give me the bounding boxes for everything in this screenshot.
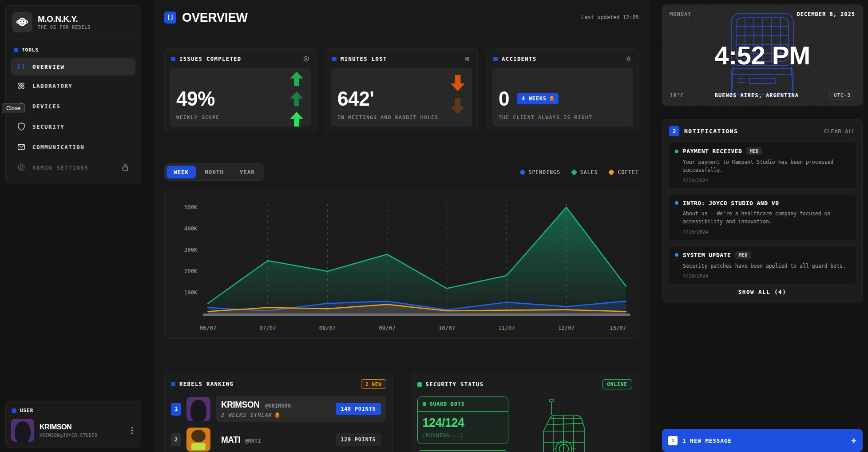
app-logo: M.O.N.K.Y. THE OS FOR REBELS [6,6,141,39]
user-name: KRIMSON [40,423,97,431]
new-message-bar[interactable]: 1 1 NEW MESSAGE + [662,429,863,452]
show-all-button[interactable]: SHOW ALL (4) [668,284,856,297]
lock-icon [120,163,130,172]
sidebar-item-communication[interactable]: COMMUNICATION [11,137,135,157]
svg-text:06/07: 06/07 [200,325,216,331]
notification-item-intro[interactable]: INTRO: JOYCO STUDIO AND V0 About us - We… [668,194,856,240]
stat-card-minutes: MINUTES LOST 642' IN MEETINGS AND RABBIT… [325,48,478,132]
sidebar-item-devices[interactable]: DEVICES [11,96,135,116]
ranking-row-2[interactable]: 2 MATI@MATI 129 POINTS [171,427,386,452]
close-tooltip[interactable]: Close [2,103,25,113]
section-label: TOOLS [22,47,39,53]
notifications-title: NOTIFICATIONS [684,128,738,135]
hex-nut-icon[interactable] [302,55,310,63]
ranking-row-1[interactable]: 1 KRIMSON@KRIMSON 2 WEEKS STREAK 148 POI… [171,396,386,422]
guard-bots-tile: GUARD BOTS 124/124 [RUNNING...] [417,396,508,444]
sidebar-item-admin-settings[interactable]: ADMIN SETTINGS [11,157,135,178]
envelope-icon [16,142,26,152]
guard-bots-value: 124/124 [423,416,503,430]
svg-text:11/07: 11/07 [498,325,515,331]
sidebar-item-laboratory[interactable]: LABORATORY [11,75,135,96]
sidebar-item-label: ADMIN SETTINGS [32,164,88,171]
svg-text:200K: 200K [184,268,198,274]
sidebar-item-overview[interactable]: [] OVERVIEW [11,58,135,75]
clock-city: BUENOS AIRES, ARGENTINA [684,92,829,99]
rebel-name: MATI [221,435,240,445]
chart-card: 100K200K300K400K500K06/0707/0708/0709/07… [164,190,639,339]
notification-date: 7/10/2024 [683,178,850,183]
message-label: 1 NEW MESSAGE [682,437,732,444]
user-menu-kebab-icon[interactable] [129,424,135,436]
stat-card-issues: ISSUES COMPLETED 49% WEEKLY SCOPE [164,48,317,132]
guard-bots-label: GUARD BOTS [430,401,465,407]
brackets-icon: [] [16,63,26,70]
sidebar-item-label: DEVICES [32,103,60,110]
stat-card-accidents: ACCIDENTS 0 4 WEEKS THE CLIENT ALWAYS IS… [487,48,639,132]
svg-text:10/07: 10/07 [439,325,455,331]
security-title: SECURITY STATUS [426,381,484,388]
notification-date: 7/10/2024 [683,273,850,278]
atom-icon [16,81,26,91]
sidebar-item-security[interactable]: SECURITY [11,116,135,137]
svg-text:09/07: 09/07 [379,325,395,331]
legend-spendings[interactable]: SPENDINGS [520,169,560,175]
streak-badge-label: 4 WEEKS [522,95,546,102]
chip-small-icon[interactable] [464,55,471,63]
card-bullet [417,382,422,387]
notification-count-badge: 2 [669,126,679,136]
avatar [186,428,210,452]
rank-number: 1 [171,403,181,416]
flame-icon [550,96,554,101]
tab-month[interactable]: MONTH [198,166,231,178]
stat-title: ACCIDENTS [502,56,537,62]
stats-row: ISSUES COMPLETED 49% WEEKLY SCOPE MIN [164,48,639,132]
spend-sales-coffee-chart[interactable]: 100K200K300K400K500K06/0707/0708/0709/07… [171,195,632,334]
notifications-panel: 2 NOTIFICATIONS CLEAR ALL PAYMENT RECEIV… [662,119,863,303]
sidebar-nav: TOOLS [] OVERVIEW LABORATORY [6,39,141,183]
tab-year[interactable]: YEAR [233,166,262,178]
monkey-logo-icon [12,12,32,32]
notification-title: PAYMENT RECEIVED [683,148,742,155]
status-dot [675,253,678,257]
stat-tile: 0 4 WEEKS THE CLIENT ALWAYS IS RIGHT [492,68,633,127]
tab-week[interactable]: WEEK [166,166,196,178]
stat-title: ISSUES COMPLETED [179,56,242,62]
rebel-name: KRIMSON [221,400,259,410]
guard-bots-status: [RUNNING...] [423,432,503,438]
plus-icon[interactable]: + [851,435,856,446]
app-tagline: THE OS FOR REBELS [38,25,91,30]
app-name: M.O.N.K.Y. [38,15,91,24]
notification-item-system[interactable]: SYSTEM UPDATE MED Security patches have … [668,246,856,284]
right-column: MONDAY DECEMBER 8, 2025 4:52 PM 18°C BUE… [662,4,863,452]
sun-gear-icon[interactable] [625,55,632,63]
points-badge: 148 POINTS [336,403,380,415]
rebel-handle: @MATI [245,438,261,444]
section-bullet [12,408,16,413]
clear-all-button[interactable]: CLEAR ALL [824,128,856,135]
stat-value: 0 [499,87,509,111]
user-section-header: USER [11,407,135,413]
stat-value: 49% [176,87,299,111]
diamond-icon [519,169,525,175]
legend-coffee[interactable]: COFFEE [609,169,639,175]
legend-sales[interactable]: SALES [572,169,598,175]
svg-text:12/07: 12/07 [558,325,575,331]
rebel-handle: @KRIMSON [265,403,291,409]
main-content: [] OVERVIEW Last updated 12:05 ISSUES CO… [154,0,650,452]
notification-body: About us - We're a healthcare company fo… [683,210,850,226]
ranking-list: 1 KRIMSON@KRIMSON 2 WEEKS STREAK 148 POI… [171,396,386,452]
message-count-badge: 1 [668,436,678,445]
notification-item-payment[interactable]: PAYMENT RECEIVED MED Your payment to Ram… [668,142,856,189]
notification-title: INTRO: JOYCO STUDIO AND V0 [683,200,779,206]
stat-subtitle: IN MEETINGS AND RABBIT HOLES [337,115,466,120]
status-dot [675,201,678,205]
stat-title: MINUTES LOST [341,56,387,62]
card-bullet [332,57,337,61]
notification-title: SYSTEM UPDATE [683,252,731,258]
user-section-label: USER [20,408,34,413]
rank-number: 2 [171,433,181,446]
sidebar-item-label: OVERVIEW [32,63,64,70]
security-status-panel: SECURITY STATUS ONLINE GUARD BOTS 124/12… [411,373,639,452]
sidebar-item-label: LABORATORY [32,83,72,89]
sidebar-item-label: SECURITY [32,123,64,130]
